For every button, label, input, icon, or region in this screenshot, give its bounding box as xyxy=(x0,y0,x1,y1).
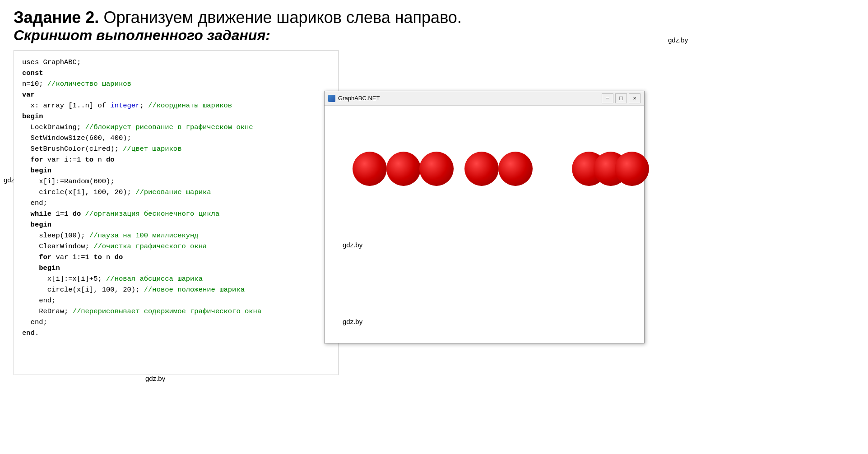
watermark-bottom-code: gdz.by xyxy=(145,375,165,382)
content-area: uses GraphABC;constn=10; //количество ша… xyxy=(0,50,868,375)
code-line: n=10; //количество шариков xyxy=(22,79,330,89)
code-line: var xyxy=(22,89,330,100)
code-line: circle(x[i], 100, 20); //новое положение… xyxy=(22,284,330,295)
code-line: begin xyxy=(22,219,330,230)
code-line: SetBrushColor(clred); //цвет шариков xyxy=(22,144,330,154)
code-line: begin xyxy=(22,111,330,122)
ball xyxy=(386,152,421,186)
code-line: SetWindowSize(600, 400); xyxy=(22,133,330,144)
title-area: Задание 2. Организуем движение шариков с… xyxy=(0,0,868,46)
code-line: for var i:=1 to n do xyxy=(22,154,330,165)
code-line: circle(x[i], 100, 20); //рисование шарик… xyxy=(22,187,330,198)
app-icon xyxy=(328,95,335,102)
window-controls: − □ × xyxy=(602,93,641,103)
ball xyxy=(464,152,499,186)
task-desc: Организуем движение шариков слева направ… xyxy=(99,8,462,27)
watermark-top-right: gdz.by xyxy=(668,36,688,44)
code-line: begin xyxy=(22,165,330,176)
watermark-window-mid: gdz.by xyxy=(343,241,362,249)
window-titlebar: GraphABC.NET − □ × xyxy=(325,91,644,106)
code-line: x[i]:=Random(600); xyxy=(22,176,330,187)
task-number: Задание 2. xyxy=(14,8,99,27)
window-title-left: GraphABC.NET xyxy=(328,95,380,102)
title-line1: Задание 2. Организуем движение шариков с… xyxy=(14,8,854,27)
code-line: LockDrawing; //блокирует рисование в гра… xyxy=(22,122,330,133)
code-panel: uses GraphABC;constn=10; //количество ша… xyxy=(14,50,339,375)
code-line: const xyxy=(22,68,330,79)
ball xyxy=(353,152,387,186)
code-line: end; xyxy=(22,295,330,306)
code-line: end. xyxy=(22,328,330,338)
window-canvas: gdz.by gdz.by xyxy=(325,106,644,343)
ball xyxy=(615,152,649,186)
code-line: end; xyxy=(22,317,330,328)
close-button[interactable]: × xyxy=(629,93,641,103)
code-line: for var i:=1 to n do xyxy=(22,252,330,263)
code-line: ClearWindow; //очистка графического окна xyxy=(22,241,330,252)
watermark-window-bottom-left: gdz.by xyxy=(343,318,362,325)
code-line: while 1=1 do //организация бесконечного … xyxy=(22,208,330,219)
code-line: sleep(100); //пауза на 100 миллисекунд xyxy=(22,230,330,241)
code-line: begin xyxy=(22,263,330,273)
minimize-button[interactable]: − xyxy=(602,93,613,103)
code-line: ReDraw; //перерисовывает содержимое граф… xyxy=(22,306,330,317)
maximize-button[interactable]: □ xyxy=(615,93,627,103)
graphabc-window: GraphABC.NET − □ × gdz.by gdz.by xyxy=(324,91,645,343)
code-line: end; xyxy=(22,198,330,208)
window-title-text: GraphABC.NET xyxy=(338,95,380,102)
ball xyxy=(419,152,454,186)
ball xyxy=(498,152,533,186)
code-line: x: array [1..n] of integer; //координаты… xyxy=(22,100,330,111)
code-line: uses GraphABC; xyxy=(22,57,330,68)
title-line2: Скриншот выполненного задания: xyxy=(14,27,854,44)
code-line: x[i]:=x[i]+5; //новая абсцисса шарика xyxy=(22,273,330,284)
